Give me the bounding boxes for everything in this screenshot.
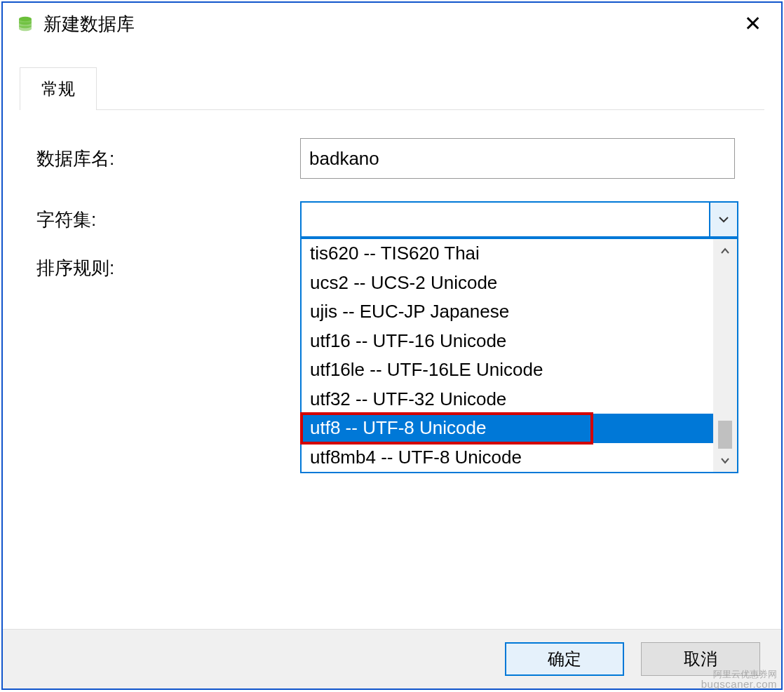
charset-combo-button[interactable] — [709, 203, 737, 236]
dialog-title: 新建数据库 — [43, 12, 738, 36]
scroll-thumb[interactable] — [718, 421, 732, 449]
dialog-footer: 确定 取消 — [3, 629, 781, 688]
cancel-button[interactable]: 取消 — [641, 642, 760, 676]
label-charset: 字符集: — [20, 208, 300, 232]
tabstrip: 常规 — [3, 70, 781, 109]
charset-dropdown: tis620 -- TIS620 Thaiucs2 -- UCS-2 Unico… — [300, 238, 738, 473]
charset-combo-value — [302, 203, 709, 236]
row-charset: 字符集: tis620 -- TIS620 Thaiucs2 -- UCS-2 … — [20, 201, 764, 238]
dropdown-list: tis620 -- TIS620 Thaiucs2 -- UCS-2 Unico… — [302, 239, 713, 472]
dropdown-item[interactable]: utf8 -- UTF-8 Unicode — [302, 414, 713, 443]
close-button[interactable]: ✕ — [738, 13, 767, 34]
db-name-input[interactable] — [300, 138, 735, 179]
dropdown-item[interactable]: utf8mb4 -- UTF-8 Unicode — [302, 443, 713, 473]
charset-combo[interactable] — [300, 201, 738, 238]
dropdown-item[interactable]: ujis -- EUC-JP Japanese — [302, 297, 713, 327]
scroll-up-icon[interactable] — [720, 243, 730, 258]
row-db-name: 数据库名: — [20, 138, 764, 179]
dropdown-item[interactable]: utf16 -- UTF-16 Unicode — [302, 327, 713, 356]
scroll-down-icon[interactable] — [720, 453, 730, 468]
label-collation: 排序规则: — [20, 256, 300, 280]
tab-general[interactable]: 常规 — [20, 67, 97, 110]
dropdown-item[interactable]: tis620 -- TIS620 Thai — [302, 239, 713, 269]
new-database-dialog: 新建数据库 ✕ 常规 数据库名: 字符集: — [1, 1, 783, 690]
dropdown-item[interactable]: ucs2 -- UCS-2 Unicode — [302, 269, 713, 298]
titlebar: 新建数据库 ✕ — [3, 3, 781, 45]
dropdown-item[interactable]: utf32 -- UTF-32 Unicode — [302, 385, 713, 414]
dropdown-item[interactable]: utf16le -- UTF-16LE Unicode — [302, 355, 713, 385]
database-icon — [17, 15, 34, 32]
content-pane: 数据库名: 字符集: tis620 -- TIS620 Thaiucs2 -- … — [20, 109, 764, 629]
chevron-down-icon — [718, 216, 729, 223]
dropdown-scrollbar[interactable] — [713, 239, 737, 472]
ok-button[interactable]: 确定 — [505, 642, 624, 676]
label-db-name: 数据库名: — [20, 147, 300, 171]
